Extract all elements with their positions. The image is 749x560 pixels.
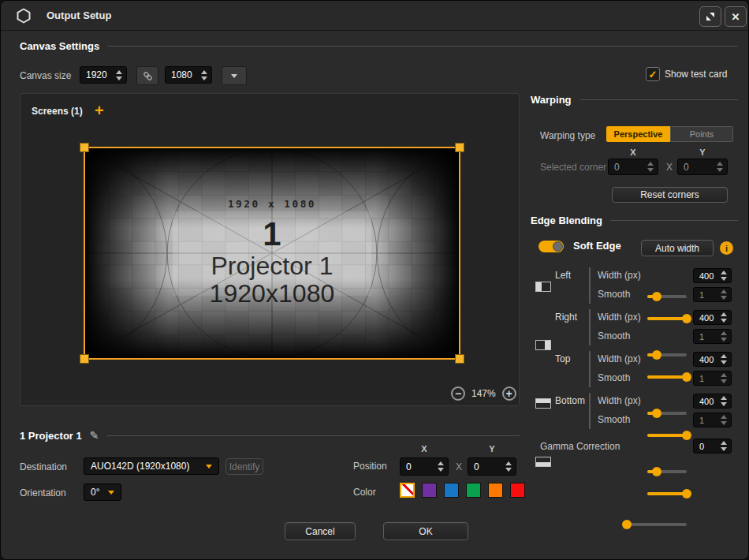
edge-bottom-width-spinner[interactable]: 400 xyxy=(693,394,732,409)
spinner-arrows[interactable] xyxy=(721,354,727,364)
edge-left-width-label: Width (px) xyxy=(598,270,641,281)
corner-x-value: 0 xyxy=(614,162,620,173)
link-dimensions-button[interactable] xyxy=(136,66,158,85)
corner-handle-top-left[interactable] xyxy=(80,143,89,152)
gamma-correction-slider[interactable] xyxy=(624,523,687,526)
identify-button[interactable]: Identify xyxy=(225,458,263,475)
edge-top-label: Top xyxy=(555,353,570,364)
canvas-size-presets-dropdown[interactable] xyxy=(222,66,247,85)
info-icon[interactable]: i xyxy=(720,241,733,255)
zoom-in-button[interactable]: + xyxy=(502,386,516,401)
orientation-dropdown[interactable]: 0° xyxy=(84,483,121,501)
chevron-down-icon xyxy=(206,465,212,469)
destination-value: AUO142D (1920x1080) xyxy=(91,461,189,472)
section-divider xyxy=(579,99,738,100)
edge-left-width-slider[interactable] xyxy=(647,295,687,298)
edge-top-smooth-value: 1 xyxy=(699,374,704,383)
position-y-axis-label: Y xyxy=(468,444,516,454)
edge-right-smooth-spinner[interactable]: 1 xyxy=(693,329,732,344)
spinner-arrows[interactable] xyxy=(201,70,207,80)
orientation-value: 0° xyxy=(91,487,99,498)
color-swatch-green[interactable] xyxy=(466,483,481,498)
edge-right-width-value: 400 xyxy=(699,313,714,323)
soft-edge-toggle[interactable] xyxy=(538,241,564,252)
auto-width-button[interactable]: Auto width xyxy=(641,240,714,256)
divider xyxy=(589,393,591,429)
canvas-height-spinner[interactable]: 1080 xyxy=(165,66,212,84)
edge-bottom-icon xyxy=(535,457,551,467)
spinner-arrows[interactable] xyxy=(505,461,512,472)
chevron-down-icon xyxy=(231,74,237,78)
color-swatch-red[interactable] xyxy=(510,483,525,498)
test-card-image: 1920 x 1080 1 Projector 1 1920x1080 xyxy=(85,148,459,358)
color-swatch-orange[interactable] xyxy=(488,483,503,498)
edge-top-smooth-slider[interactable] xyxy=(647,434,687,437)
edge-bottom-width-value: 400 xyxy=(699,397,714,406)
edge-top-smooth-label: Smooth xyxy=(598,372,630,383)
destination-dropdown[interactable]: AUO142D (1920x1080) xyxy=(84,457,219,475)
warping-type-points-button[interactable]: Points xyxy=(670,126,733,142)
position-x-spinner[interactable]: 0 xyxy=(400,457,449,476)
spinner-arrows[interactable] xyxy=(721,441,727,451)
edit-name-icon[interactable]: ✎ xyxy=(90,429,99,442)
cancel-button[interactable]: Cancel xyxy=(285,522,356,540)
edge-left-icon xyxy=(535,282,551,292)
color-swatch-none[interactable] xyxy=(400,483,415,498)
spinner-arrows[interactable] xyxy=(721,331,727,342)
close-window-button[interactable]: ✕ xyxy=(725,6,747,27)
edge-left-label: Left xyxy=(555,270,571,281)
test-card-screen-name: Projector 1 xyxy=(211,252,333,280)
canvas-settings-title: Canvas Settings xyxy=(20,40,99,52)
position-y-spinner[interactable]: 0 xyxy=(468,457,516,476)
edge-right-width-slider[interactable] xyxy=(647,353,687,357)
spinner-arrows[interactable] xyxy=(721,396,727,406)
section-divider xyxy=(610,220,738,221)
spinner-arrows[interactable] xyxy=(647,162,654,172)
edge-bottom-smooth-slider[interactable] xyxy=(647,492,687,495)
ok-button[interactable]: OK xyxy=(383,522,468,540)
spinner-arrows[interactable] xyxy=(721,312,727,323)
edge-left-smooth-spinner[interactable]: 1 xyxy=(693,287,732,302)
zoom-out-button[interactable]: − xyxy=(451,386,465,401)
warping-type-perspective-button[interactable]: Perspective xyxy=(606,126,670,142)
screen-1-preview[interactable]: 1920 x 1080 1 Projector 1 1920x1080 xyxy=(84,147,460,360)
canvas-width-spinner[interactable]: 1920 xyxy=(80,66,127,84)
spinner-arrows[interactable] xyxy=(721,415,727,425)
color-swatch-purple[interactable] xyxy=(422,483,437,498)
edge-right-width-spinner[interactable]: 400 xyxy=(693,310,732,325)
edge-top-smooth-spinner[interactable]: 1 xyxy=(693,371,732,386)
corner-y-spinner[interactable]: 0 xyxy=(677,159,728,175)
edge-top-width-slider[interactable] xyxy=(647,412,687,415)
spinner-arrows[interactable] xyxy=(438,461,444,472)
spinner-arrows[interactable] xyxy=(721,271,727,281)
edge-left-smooth-slider[interactable] xyxy=(647,317,687,320)
app-hexagon-icon xyxy=(16,8,32,24)
corner-handle-top-right[interactable] xyxy=(455,143,464,152)
edge-bottom-width-slider[interactable] xyxy=(647,470,687,473)
spinner-arrows[interactable] xyxy=(721,289,727,300)
edge-bottom-smooth-spinner[interactable]: 1 xyxy=(693,413,732,427)
edge-right-smooth-slider[interactable] xyxy=(647,375,687,379)
reset-corners-button[interactable]: Reset corners xyxy=(612,187,728,203)
show-test-card-checkbox[interactable]: ✓ xyxy=(646,67,660,81)
spinner-arrows[interactable] xyxy=(717,162,723,172)
warping-section-header: Warping xyxy=(531,94,738,106)
corner-x-axis-label: X xyxy=(608,147,658,157)
corner-handle-bottom-right[interactable] xyxy=(455,354,464,364)
corner-x-spinner[interactable]: 0 xyxy=(608,159,658,175)
spinner-arrows[interactable] xyxy=(116,70,122,80)
add-screen-button[interactable]: + xyxy=(95,103,104,118)
gamma-correction-spinner[interactable]: 0 xyxy=(693,439,732,454)
color-swatch-blue[interactable] xyxy=(444,483,459,498)
position-label: Position xyxy=(353,461,387,472)
position-x-axis-label: X xyxy=(400,444,449,454)
expand-window-button[interactable] xyxy=(699,6,721,27)
orientation-label: Orientation xyxy=(20,487,66,498)
spinner-arrows[interactable] xyxy=(721,373,727,383)
destination-label: Destination xyxy=(20,461,67,472)
edge-top-width-spinner[interactable]: 400 xyxy=(693,352,732,367)
edge-left-width-spinner[interactable]: 400 xyxy=(693,268,732,283)
gamma-correction-label: Gamma Correction xyxy=(540,441,620,452)
corner-handle-bottom-left[interactable] xyxy=(80,354,89,364)
edge-right-smooth-value: 1 xyxy=(699,332,704,342)
